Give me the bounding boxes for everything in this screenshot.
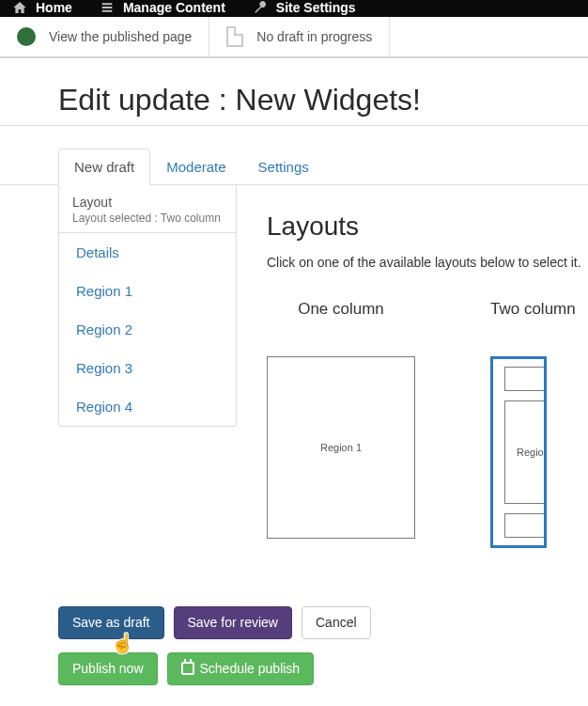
draft-status-label: No draft in progress <box>256 29 372 44</box>
sidebar-link-region-1[interactable]: Region 1 <box>59 272 236 310</box>
nav-manage-content-label: Manage Content <box>123 0 225 15</box>
layout-two-region-main: Region 1 <box>504 400 547 504</box>
sidebar-layout-selected: Layout selected : Two column <box>72 212 223 225</box>
sidebar-link-region-2[interactable]: Region 2 <box>59 310 236 349</box>
draft-status: No draft in progress <box>209 17 390 56</box>
sidebar-layout-head[interactable]: Layout Layout selected : Two column <box>59 185 236 233</box>
layout-option-one-column[interactable]: One column Region 1 <box>267 300 415 548</box>
tab-moderate[interactable]: Moderate <box>150 149 241 185</box>
layout-two-region-box <box>504 367 547 391</box>
sidebar-link-region-4[interactable]: Region 4 <box>59 387 236 426</box>
nav-manage-content[interactable]: Manage Content <box>99 0 225 17</box>
view-published-link[interactable]: View the published page <box>0 17 209 56</box>
published-dot-icon <box>17 27 36 46</box>
status-bar: View the published page No draft in prog… <box>0 17 588 58</box>
calendar-icon <box>181 662 194 675</box>
file-icon <box>226 26 243 47</box>
tab-settings[interactable]: Settings <box>242 149 325 185</box>
layout-two-caption: Two column <box>490 300 576 319</box>
layout-one-caption: One column <box>267 300 415 319</box>
layout-one-region-label: Region 1 <box>268 442 414 453</box>
save-as-draft-button[interactable]: Save as draft <box>58 606 164 639</box>
sidebar-link-region-3[interactable]: Region 3 <box>59 349 236 387</box>
editor-sidebar: Layout Layout selected : Two column Deta… <box>58 185 237 427</box>
title-divider <box>0 125 588 126</box>
layout-two-region-label: Region 1 <box>517 447 547 458</box>
schedule-publish-button[interactable]: Schedule publish <box>167 652 315 685</box>
schedule-publish-label: Schedule publish <box>200 661 301 677</box>
layouts-hint: Click on one of the available layouts be… <box>267 255 588 270</box>
wrench-icon <box>252 0 269 15</box>
nav-home-label: Home <box>36 0 72 15</box>
list-icon <box>99 0 116 15</box>
publish-now-button[interactable]: Publish now <box>58 652 158 685</box>
save-for-review-button[interactable]: Save for review <box>174 606 292 639</box>
layouts-panel: Layouts Click on one of the available la… <box>237 185 588 548</box>
sidebar-link-details[interactable]: Details <box>59 233 236 272</box>
cancel-button[interactable]: Cancel <box>302 606 371 639</box>
view-published-label: View the published page <box>49 29 192 44</box>
admin-top-nav: Home Manage Content Site Settings <box>0 0 588 17</box>
home-icon <box>11 0 28 15</box>
tab-new-draft[interactable]: New draft <box>58 149 150 185</box>
page-title: Edit update : New Widgets! <box>58 83 588 118</box>
tabs: New draft Moderate Settings <box>0 149 588 185</box>
action-buttons: Save as draft Save for review Cancel Pub… <box>58 606 378 685</box>
nav-site-settings[interactable]: Site Settings <box>252 0 356 17</box>
nav-site-settings-label: Site Settings <box>276 0 356 15</box>
layouts-title: Layouts <box>267 212 588 242</box>
layout-two-thumb-selected[interactable]: Region 1 <box>490 356 547 548</box>
layout-option-two-column[interactable]: Two column Region 1 <box>490 300 576 548</box>
layout-one-thumb[interactable]: Region 1 <box>267 356 415 539</box>
layout-two-region-box <box>504 513 547 538</box>
nav-home[interactable]: Home <box>11 0 72 17</box>
sidebar-layout-label: Layout <box>72 195 223 210</box>
